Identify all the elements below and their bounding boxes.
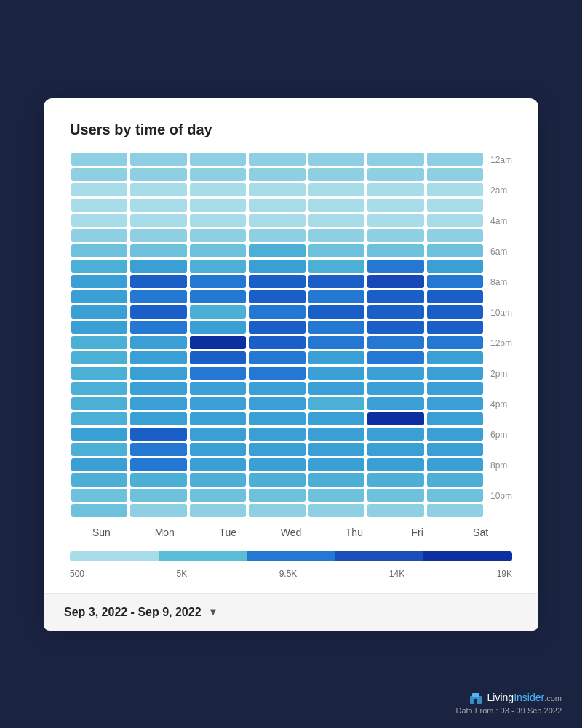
heatmap-cell bbox=[71, 199, 127, 212]
heatmap-cell bbox=[130, 260, 186, 273]
legend-bar-segment-4 bbox=[423, 551, 512, 561]
heatmap-cell bbox=[427, 214, 483, 227]
heatmap-cell bbox=[190, 275, 246, 288]
heatmap-cell bbox=[308, 367, 364, 380]
heatmap-cell bbox=[130, 336, 186, 349]
time-label-12: 12pm bbox=[490, 336, 512, 351]
time-label-6: 6am bbox=[490, 244, 512, 260]
heatmap-cell bbox=[130, 382, 186, 395]
chart-title: Users by time of day bbox=[70, 121, 512, 138]
heatmap-cell bbox=[367, 412, 423, 425]
heatmap-cell bbox=[130, 504, 186, 517]
day-label-mon: Mon bbox=[133, 527, 196, 538]
legend-value-4: 19K bbox=[497, 569, 512, 579]
heatmap-cell bbox=[249, 168, 305, 181]
svg-rect-2 bbox=[474, 699, 477, 704]
heatmap-cell bbox=[367, 397, 423, 410]
heatmap-cell bbox=[308, 153, 364, 166]
time-label-7 bbox=[490, 260, 512, 275]
heatmap-cell bbox=[71, 412, 127, 425]
time-label-4: 4am bbox=[490, 214, 512, 229]
time-label-10: 10am bbox=[490, 305, 512, 321]
heatmap-cell bbox=[190, 397, 246, 410]
heatmap-cell bbox=[367, 458, 423, 471]
time-label-8: 8am bbox=[490, 275, 512, 290]
date-range-bar[interactable]: Sep 3, 2022 - Sep 9, 2022 ▼ bbox=[44, 593, 538, 631]
heatmap-cell bbox=[190, 214, 246, 227]
heatmap-cell bbox=[190, 412, 246, 425]
heatmap-cell bbox=[367, 489, 423, 502]
heatmap-cell bbox=[130, 397, 186, 410]
heatmap-cell bbox=[190, 473, 246, 487]
heatmap-cell bbox=[367, 244, 423, 257]
heatmap-cell bbox=[71, 351, 127, 364]
footer: LivingInsider.com Data From : 03 - 09 Se… bbox=[455, 690, 562, 715]
heatmap-cell bbox=[249, 305, 305, 319]
heatmap-cell bbox=[190, 260, 246, 273]
heatmap-cell bbox=[71, 382, 127, 395]
heatmap-cell bbox=[308, 351, 364, 364]
day-label-tue: Tue bbox=[196, 527, 260, 538]
legend-bar-segment-3 bbox=[335, 551, 424, 561]
heatmap-cell bbox=[308, 382, 364, 395]
heatmap-cell bbox=[130, 275, 186, 288]
heatmap-cell bbox=[130, 428, 186, 441]
heatmap-cell bbox=[308, 443, 364, 456]
heatmap-cell bbox=[130, 367, 186, 380]
time-label-5 bbox=[490, 229, 512, 244]
time-label-16: 4pm bbox=[490, 397, 512, 412]
heatmap-cell bbox=[249, 290, 305, 303]
heatmap-cell bbox=[190, 458, 246, 471]
svg-rect-1 bbox=[472, 693, 479, 697]
heatmap-cell bbox=[71, 473, 127, 487]
heatmap-cell bbox=[308, 244, 364, 257]
time-label-19 bbox=[490, 443, 512, 458]
heatmap-cell bbox=[308, 168, 364, 181]
heatmap-cell bbox=[71, 397, 127, 410]
heatmap-cell bbox=[308, 214, 364, 227]
heatmap-cell bbox=[71, 458, 127, 471]
day-labels: SunMonTueWedThuFriSat bbox=[70, 527, 512, 538]
heatmap-cell bbox=[130, 214, 186, 227]
heatmap-cell bbox=[190, 229, 246, 242]
heatmap-cell bbox=[367, 473, 423, 487]
legend-bar-segment-0 bbox=[70, 551, 159, 561]
heatmap-cell bbox=[71, 489, 127, 502]
heatmap-cell bbox=[249, 275, 305, 288]
legend: 5005K9.5K14K19K bbox=[70, 551, 512, 579]
time-label-1 bbox=[490, 168, 512, 183]
heatmap-cell bbox=[190, 199, 246, 212]
heatmap-cell bbox=[190, 290, 246, 303]
brand-name: LivingInsider.com bbox=[487, 692, 562, 703]
heatmap-cell bbox=[130, 229, 186, 242]
heatmap-cell bbox=[367, 351, 423, 364]
heatmap-cell bbox=[249, 183, 305, 196]
heatmap-cell bbox=[308, 336, 364, 349]
heatmap-cell bbox=[249, 321, 305, 334]
heatmap-cell bbox=[308, 412, 364, 425]
day-col-mon bbox=[129, 153, 188, 517]
heatmap-cell bbox=[71, 367, 127, 380]
legend-label-row: 5005K9.5K14K19K bbox=[70, 569, 512, 579]
heatmap-cell bbox=[427, 473, 483, 487]
heatmap-cell bbox=[249, 489, 305, 502]
heatmap-cell bbox=[427, 153, 483, 166]
heatmap-cell bbox=[130, 183, 186, 196]
heatmap-cell bbox=[367, 443, 423, 456]
heatmap-cell bbox=[249, 412, 305, 425]
heatmap-cell bbox=[249, 504, 305, 517]
heatmap-cell bbox=[308, 229, 364, 242]
heatmap-cell bbox=[427, 321, 483, 334]
heatmap-cell bbox=[308, 199, 364, 212]
heatmap bbox=[70, 153, 485, 517]
heatmap-cell bbox=[71, 153, 127, 166]
heatmap-cell bbox=[71, 290, 127, 303]
heatmap-cell bbox=[130, 168, 186, 181]
heatmap-cell bbox=[308, 397, 364, 410]
footer-data-text: Data From : 03 - 09 Sep 2022 bbox=[455, 706, 562, 715]
heatmap-cell bbox=[190, 183, 246, 196]
heatmap-cell bbox=[190, 504, 246, 517]
dropdown-arrow-icon[interactable]: ▼ bbox=[209, 607, 218, 617]
time-label-2: 2am bbox=[490, 183, 512, 199]
heatmap-cell bbox=[71, 428, 127, 441]
